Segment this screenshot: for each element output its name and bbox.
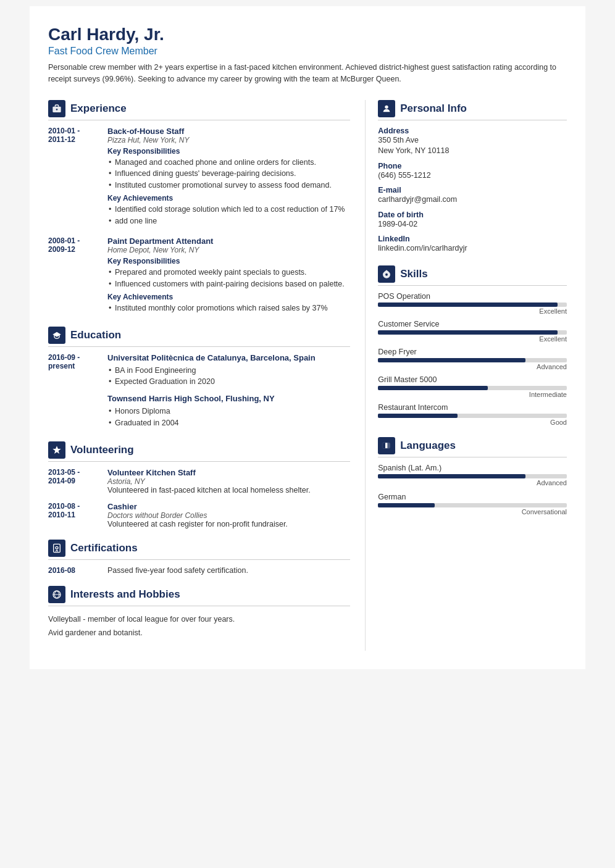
edu-items-2: Honors Diploma Graduated in 2004 bbox=[107, 406, 350, 429]
list-item: Prepared and promoted weekly paint speci… bbox=[107, 267, 350, 278]
two-col-layout: Experience 2010-01 - 2011-12 Back-of-Hou… bbox=[48, 100, 567, 651]
skill-item-1: Customer Service Excellent bbox=[378, 320, 567, 343]
personal-phone-label: Phone bbox=[378, 162, 567, 170]
vol-title-2: Cashier bbox=[107, 502, 288, 511]
exp-subtitle-1: Pizza Hut, New York, NY bbox=[107, 136, 350, 144]
interests-title: Interests and Hobbies bbox=[70, 588, 180, 601]
interests-heading: Interests and Hobbies bbox=[48, 586, 350, 606]
education-title: Education bbox=[70, 329, 121, 341]
volunteering-section: Volunteering 2013-05 - 2014-09 Volunteer… bbox=[48, 441, 350, 528]
lang-fill-1 bbox=[378, 503, 435, 507]
personal-address: Address 350 5th AveNew York, NY 10118 bbox=[378, 127, 567, 157]
svg-point-9 bbox=[385, 273, 388, 275]
vol-subtitle-1: Astoria, NY bbox=[107, 477, 311, 486]
vol-desc-1: Volunteered in fast-paced kitchen at loc… bbox=[107, 486, 311, 495]
exp-entry-1: 2010-01 - 2011-12 Back-of-House Staff Pi… bbox=[48, 127, 350, 228]
skill-fill-2 bbox=[378, 358, 525, 362]
skills-icon bbox=[378, 265, 395, 283]
list-item: Influenced customers with paint-pairing … bbox=[107, 278, 350, 290]
vol-content-1: Volunteer Kitchen Staff Astoria, NY Volu… bbox=[107, 468, 311, 495]
personal-linkedin: LinkedIn linkedin.com/in/carlhardyjr bbox=[378, 235, 567, 254]
list-item: add one line bbox=[107, 215, 350, 227]
lang-level-1: Conversational bbox=[378, 508, 567, 515]
list-item: Influenced dining guests' beverage-pairi… bbox=[107, 168, 350, 180]
personal-linkedin-value: linkedin.com/in/carlhardyjr bbox=[378, 243, 567, 254]
languages-heading: Languages bbox=[378, 437, 567, 457]
personal-phone-value: (646) 555-1212 bbox=[378, 170, 567, 182]
edu-school-2: Townsend Harris High School, Flushing, N… bbox=[107, 394, 350, 403]
skill-item-4: Restaurant Intercom Good bbox=[378, 403, 567, 426]
exp-content-2: Paint Department Attendant Home Depot, N… bbox=[107, 236, 350, 315]
personal-phone: Phone (646) 555-1212 bbox=[378, 162, 567, 182]
skill-item-3: Grill Master 5000 Intermediate bbox=[378, 375, 567, 398]
left-column: Experience 2010-01 - 2011-12 Back-of-Hou… bbox=[48, 100, 350, 651]
personal-linkedin-label: LinkedIn bbox=[378, 235, 567, 243]
skills-section: Skills POS Operation Excellent Customer … bbox=[378, 265, 567, 426]
svg-point-5 bbox=[56, 546, 58, 549]
vol-entry-1: 2013-05 - 2014-09 Volunteer Kitchen Staf… bbox=[48, 468, 350, 495]
list-item: Graduated in 2004 bbox=[107, 417, 350, 429]
list-item: Managed and coached phone and online ord… bbox=[107, 157, 350, 169]
vol-entry-2: 2010-08 - 2010-11 Cashier Doctors withou… bbox=[48, 502, 350, 528]
certifications-heading: Certifications bbox=[48, 540, 350, 560]
languages-section: Languages Spanish (Lat. Am.) Advanced Ge… bbox=[378, 437, 567, 515]
languages-icon bbox=[378, 437, 395, 454]
skill-item-2: Deep Fryer Advanced bbox=[378, 348, 567, 370]
skill-name-4: Restaurant Intercom bbox=[378, 403, 567, 412]
languages-title: Languages bbox=[400, 440, 456, 452]
exp-ach-label-2: Key Achievements bbox=[107, 293, 350, 301]
job-title: Fast Food Crew Member bbox=[48, 46, 567, 57]
experience-icon bbox=[48, 100, 65, 117]
exp-date-1: 2010-01 - 2011-12 bbox=[48, 127, 98, 228]
list-item: Identified cold storage solution which l… bbox=[107, 204, 350, 215]
vol-content-2: Cashier Doctors without Border Collies V… bbox=[107, 502, 288, 528]
personal-email: E-mail carlhardyjr@gmail.com bbox=[378, 186, 567, 206]
skill-name-0: POS Operation bbox=[378, 292, 567, 301]
personal-dob-label: Date of birth bbox=[378, 211, 567, 219]
exp-ach-label-1: Key Achievements bbox=[107, 194, 350, 202]
volunteering-heading: Volunteering bbox=[48, 441, 350, 462]
svg-rect-4 bbox=[54, 544, 61, 552]
svg-rect-12 bbox=[385, 443, 387, 448]
edu-entry-1: 2016-09 - present Universitat Politècnic… bbox=[48, 353, 350, 430]
interest-item-1: Volleyball - member of local league for … bbox=[48, 612, 350, 626]
certifications-title: Certifications bbox=[70, 542, 138, 554]
skill-fill-0 bbox=[378, 303, 557, 307]
list-item: Honors Diploma bbox=[107, 406, 350, 417]
experience-section: Experience 2010-01 - 2011-12 Back-of-Hou… bbox=[48, 100, 350, 315]
exp-ach-list-1: Identified cold storage solution which l… bbox=[107, 204, 350, 227]
skill-bar-3 bbox=[378, 386, 567, 390]
skill-level-0: Excellent bbox=[378, 307, 567, 315]
lang-bar-1 bbox=[378, 503, 567, 507]
exp-entry-2: 2008-01 - 2009-12 Paint Department Atten… bbox=[48, 236, 350, 315]
skill-bar-4 bbox=[378, 414, 567, 418]
edu-date-1: 2016-09 - present bbox=[48, 353, 98, 430]
skill-bar-2 bbox=[378, 358, 567, 362]
lang-bar-0 bbox=[378, 474, 567, 478]
candidate-name: Carl Hardy, Jr. bbox=[48, 25, 567, 44]
vol-desc-2: Volunteered at cash register for non-pro… bbox=[107, 520, 288, 528]
exp-resp-label-1: Key Responsibilities bbox=[107, 147, 350, 156]
skill-fill-3 bbox=[378, 386, 487, 390]
education-icon bbox=[48, 327, 65, 344]
cert-entry-1: 2016-08 Passed five-year food safety cer… bbox=[48, 566, 350, 575]
volunteering-icon bbox=[48, 441, 65, 459]
skill-level-2: Advanced bbox=[378, 363, 567, 370]
skills-title: Skills bbox=[400, 268, 427, 280]
lang-level-0: Advanced bbox=[378, 479, 567, 486]
list-item: Instituted customer promotional survey t… bbox=[107, 180, 350, 191]
lang-name-0: Spanish (Lat. Am.) bbox=[378, 464, 567, 472]
personal-info-title: Personal Info bbox=[400, 102, 467, 115]
header-section: Carl Hardy, Jr. Fast Food Crew Member Pe… bbox=[48, 25, 567, 85]
lang-item-1: German Conversational bbox=[378, 493, 567, 515]
svg-rect-11 bbox=[383, 443, 386, 448]
skill-name-1: Customer Service bbox=[378, 320, 567, 328]
personal-info-heading: Personal Info bbox=[378, 100, 567, 120]
edu-school-1: Universitat Politècnica de Catalunya, Ba… bbox=[107, 353, 350, 362]
interests-icon bbox=[48, 586, 65, 603]
exp-title-2: Paint Department Attendant bbox=[107, 236, 350, 246]
list-item: Expected Graduation in 2020 bbox=[107, 376, 350, 388]
skill-level-3: Intermediate bbox=[378, 391, 567, 398]
certifications-section: Certifications 2016-08 Passed five-year … bbox=[48, 540, 350, 575]
experience-title: Experience bbox=[70, 102, 127, 115]
